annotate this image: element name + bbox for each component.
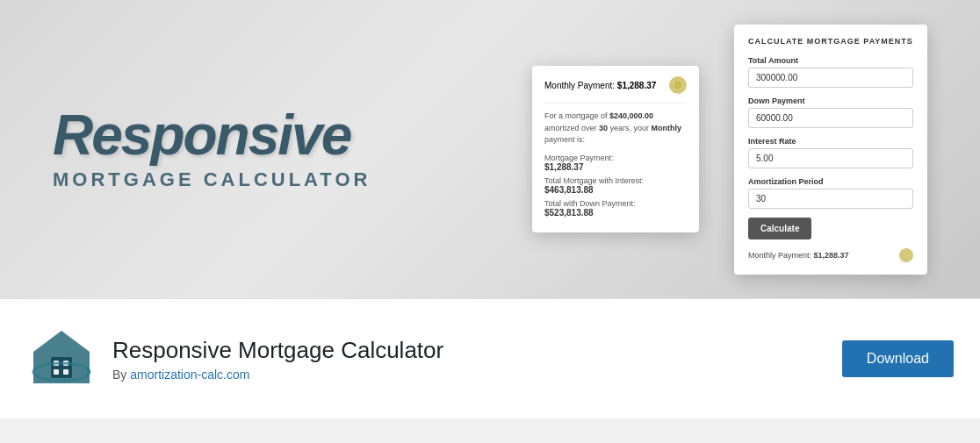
calc-amortization-group: Amortization Period 30 [748, 177, 913, 209]
sc-total-down-row: Total with Down Payment: $523,813.88 [544, 199, 687, 218]
preview-section: Responsive MORTGAGE CALCULATOR Monthly P… [0, 0, 980, 298]
calc-interest-rate-group: Interest Rate 5.00 [748, 137, 913, 168]
sc-mortgage-payment-row: Mortgage Payment: $1,288.37 [544, 154, 687, 172]
calc-total-amount-group: Total Amount 300000.00 [748, 56, 913, 88]
screenshot-right: CALCULATE MORTGAGE PAYMENTS Total Amount… [734, 25, 927, 275]
svg-text:↑: ↑ [676, 82, 680, 89]
plugin-title-line1: Responsive [53, 107, 497, 163]
sc-body-text: For a mortgage of $240,000.00 amortized … [544, 111, 687, 146]
plugin-title-line2: MORTGAGE CALCULATOR [53, 168, 497, 191]
calc-monthly-result: Monthly Payment: $1,288.37 [748, 248, 913, 262]
plugin-text-info: Responsive Mortgage Calculator By amorti… [112, 337, 443, 382]
sc-total-mortgage-row: Total Mortgage with Interest: $463,813.8… [544, 176, 687, 195]
download-button[interactable]: Download [842, 340, 954, 377]
plugin-title-area: Responsive MORTGAGE CALCULATOR [53, 107, 497, 191]
calc-down-payment-group: Down Payment 60000.00 [748, 96, 913, 128]
calc-share-icon [899, 248, 913, 262]
plugin-author: By amortization-calc.com [112, 368, 443, 382]
calc-down-payment-input: 60000.00 [748, 108, 913, 128]
calc-total-amount-input: 300000.00 [748, 68, 913, 88]
calc-monthly-result-label: Monthly Payment: $1,288.37 [748, 251, 849, 260]
calc-down-payment-label: Down Payment [748, 96, 913, 105]
svg-rect-6 [54, 369, 59, 375]
screenshot-left: Monthly Payment: $1,288.37 ↑ For a mortg… [532, 66, 699, 232]
sc-share-icon: ↑ [669, 76, 687, 94]
calc-interest-rate-input: 5.00 [748, 148, 913, 168]
plugin-info-left: Responsive Mortgage Calculator By amorti… [26, 324, 443, 394]
calc-total-amount-label: Total Amount [748, 56, 913, 65]
svg-rect-3 [51, 357, 72, 378]
sc-monthly-label: Monthly Payment: $1,288.37 [544, 81, 656, 90]
calc-title: CALCULATE MORTGAGE PAYMENTS [748, 37, 913, 46]
calc-amortization-label: Amortization Period [748, 177, 913, 186]
sc-monthly-header: Monthly Payment: $1,288.37 ↑ [544, 76, 687, 94]
plugin-author-link[interactable]: amortization-calc.com [130, 368, 249, 382]
info-section: Responsive Mortgage Calculator By amorti… [0, 298, 980, 418]
svg-rect-7 [63, 369, 68, 375]
plugin-icon [26, 324, 97, 394]
calc-amortization-input: 30 [748, 189, 913, 209]
calc-calculate-button[interactable]: Calculate [748, 218, 811, 239]
calc-interest-rate-label: Interest Rate [748, 137, 913, 146]
plugin-name: Responsive Mortgage Calculator [112, 337, 443, 364]
